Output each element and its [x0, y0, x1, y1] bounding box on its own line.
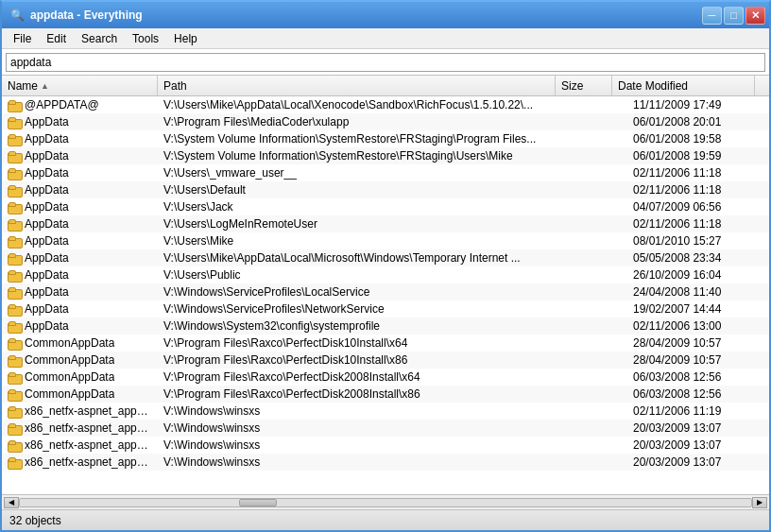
folder-icon — [8, 355, 21, 366]
cell-date: 05/05/2008 23:34 — [627, 250, 769, 266]
cell-date: 08/01/2010 15:27 — [627, 233, 769, 249]
folder-icon — [8, 457, 21, 468]
folder-icon — [8, 236, 21, 247]
table-row[interactable]: AppDataV:\Windows\System32\config\system… — [2, 317, 769, 335]
table-row[interactable]: AppDataV:\Users\Public26/10/2009 16:04 — [2, 266, 769, 283]
cell-size — [571, 257, 627, 259]
minimize-button[interactable]: ─ — [702, 7, 722, 25]
table-row[interactable]: CommonAppDataV:\Program Files\Raxco\Perf… — [2, 386, 769, 403]
cell-size — [571, 104, 627, 106]
menu-file[interactable]: File — [6, 30, 39, 47]
cell-date: 06/03/2008 12:56 — [627, 386, 769, 402]
table-row[interactable]: x86_netfx-aspnet_appdata_...V:\Windows\w… — [2, 437, 769, 454]
col-header-size[interactable]: Size — [556, 76, 612, 95]
cell-name: AppData — [2, 199, 158, 215]
col-header-path[interactable]: Path — [158, 76, 556, 95]
table-row[interactable]: CommonAppDataV:\Program Files\Raxco\Perf… — [2, 352, 769, 369]
table-row[interactable]: AppDataV:\Users\Default02/11/2006 11:18 — [2, 181, 769, 198]
table-row[interactable]: AppDataV:\Users\Mike\AppData\Local\Micro… — [2, 249, 769, 266]
folder-icon — [8, 304, 21, 315]
cell-name: CommonAppData — [2, 335, 158, 351]
cell-size — [571, 138, 627, 140]
table-row[interactable]: AppDataV:\Users\Mike08/01/2010 15:27 — [2, 232, 769, 249]
folder-icon — [8, 389, 21, 400]
cell-path: V:\Windows\ServiceProfiles\LocalService — [158, 284, 571, 300]
cell-path: V:\Users\Mike\AppData\Local\Microsoft\Wi… — [158, 250, 571, 266]
cell-name: CommonAppData — [2, 352, 158, 368]
cell-date: 02/11/2006 11:18 — [627, 182, 769, 197]
table-row[interactable]: AppDataV:\Users\_vmware_user__02/11/2006… — [2, 164, 769, 181]
table-row[interactable]: AppDataV:\System Volume Information\Syst… — [2, 147, 769, 164]
cell-path: V:\Windows\winsxs — [158, 403, 571, 419]
col-header-date[interactable]: Date Modified — [612, 76, 754, 95]
table-row[interactable]: x86_netfx-aspnet_appdata_...V:\Windows\w… — [2, 403, 769, 420]
cell-path: V:\Windows\ServiceProfiles\NetworkServic… — [158, 301, 571, 317]
table-row[interactable]: AppDataV:\Users\Jack04/07/2009 06:56 — [2, 198, 769, 215]
cell-name: CommonAppData — [2, 369, 158, 385]
cell-size — [571, 376, 627, 378]
cell-date: 06/01/2008 20:01 — [627, 114, 769, 129]
folder-icon — [8, 151, 21, 162]
cell-name: AppData — [2, 267, 158, 283]
table-row[interactable]: AppDataV:\Users\LogMeInRemoteUser02/11/2… — [2, 215, 769, 232]
cell-date: 20/03/2009 13:07 — [627, 420, 769, 436]
cell-path: V:\Program Files\Raxco\PerfectDisk2008In… — [158, 386, 571, 402]
table-row[interactable]: AppDataV:\Windows\ServiceProfiles\LocalS… — [2, 283, 769, 300]
col-header-name[interactable]: Name ▲ — [2, 76, 158, 95]
status-bar: 32 objects — [2, 509, 769, 530]
scroll-right-button[interactable]: ▶ — [752, 497, 767, 508]
menu-help[interactable]: Help — [166, 30, 205, 47]
scroll-track[interactable] — [19, 498, 752, 507]
menu-tools[interactable]: Tools — [125, 30, 166, 47]
folder-icon — [8, 321, 21, 332]
cell-name: AppData — [2, 318, 158, 334]
cell-path: V:\Users\Mike\AppData\Local\Xenocode\San… — [158, 97, 571, 112]
cell-path: V:\Users\Default — [158, 182, 571, 197]
folder-icon — [8, 185, 21, 196]
table-row[interactable]: x86_netfx-aspnet_appdata_...V:\Windows\w… — [2, 454, 769, 471]
folder-icon — [8, 219, 21, 230]
cell-name: x86_netfx-aspnet_appdata_... — [2, 455, 158, 470]
table-row[interactable]: @APPDATA@V:\Users\Mike\AppData\Local\Xen… — [2, 96, 769, 113]
cell-size — [571, 155, 627, 157]
cell-path: V:\Windows\winsxs — [158, 420, 571, 436]
maximize-button[interactable]: □ — [724, 7, 744, 25]
table-row[interactable]: AppDataV:\Windows\ServiceProfiles\Networ… — [2, 300, 769, 317]
search-input[interactable] — [6, 53, 765, 72]
cell-name: AppData — [2, 250, 158, 266]
cell-path: V:\Users\_vmware_user__ — [158, 165, 571, 180]
cell-date: 28/04/2009 10:57 — [627, 335, 769, 351]
sort-arrow-icon: ▲ — [41, 81, 49, 91]
table-body[interactable]: @APPDATA@V:\Users\Mike\AppData\Local\Xen… — [2, 96, 769, 494]
folder-icon — [8, 372, 21, 383]
scroll-left-button[interactable]: ◀ — [4, 497, 19, 508]
cell-date: 26/10/2009 16:04 — [627, 267, 769, 283]
cell-name: x86_netfx-aspnet_appdata_... — [2, 438, 158, 453]
cell-size — [571, 308, 627, 310]
cell-name: AppData — [2, 216, 158, 232]
menu-edit[interactable]: Edit — [39, 30, 74, 47]
table-row[interactable]: CommonAppDataV:\Program Files\Raxco\Perf… — [2, 369, 769, 386]
table-row[interactable]: x86_netfx-aspnet_appdata_...V:\Windows\w… — [2, 420, 769, 437]
folder-icon — [8, 423, 21, 434]
cell-size — [571, 274, 627, 276]
menu-search[interactable]: Search — [74, 30, 125, 47]
cell-name: AppData — [2, 182, 158, 197]
scroll-thumb[interactable] — [239, 499, 277, 506]
table-row[interactable]: AppDataV:\System Volume Information\Syst… — [2, 130, 769, 147]
cell-path: V:\Program Files\Raxco\PerfectDisk10Inst… — [158, 335, 571, 351]
cell-date: 04/07/2009 06:56 — [627, 199, 769, 215]
cell-path: V:\System Volume Information\SystemResto… — [158, 148, 571, 163]
table-row[interactable]: CommonAppDataV:\Program Files\Raxco\Perf… — [2, 335, 769, 352]
close-button[interactable]: ✕ — [745, 7, 765, 25]
cell-path: V:\Program Files\MediaCoder\xulapp — [158, 114, 571, 129]
table-row[interactable]: AppDataV:\Program Files\MediaCoder\xulap… — [2, 113, 769, 130]
horizontal-scrollbar[interactable]: ◀ ▶ — [2, 494, 769, 509]
cell-size — [571, 172, 627, 174]
cell-size — [571, 240, 627, 242]
cell-date: 20/03/2009 13:07 — [627, 438, 769, 453]
cell-date: 02/11/2006 13:00 — [627, 318, 769, 334]
cell-date: 28/04/2009 10:57 — [627, 352, 769, 368]
cell-date: 20/03/2009 13:07 — [627, 455, 769, 470]
main-window: 🔍 appdata - Everything ─ □ ✕ File Edit S… — [0, 0, 771, 532]
